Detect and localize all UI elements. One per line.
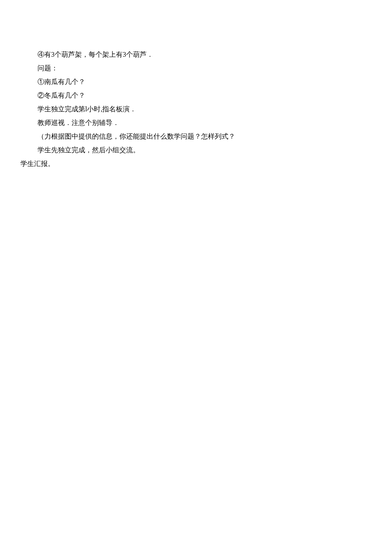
- line-report: 学生汇报。: [20, 157, 372, 171]
- line-instruction-3: （力根据图中提供的信息，你还能提出什么数学问题？怎样列式？: [20, 130, 372, 143]
- line-instruction-4: 学生先独立完成，然后小组交流。: [20, 143, 372, 157]
- line-instruction-2: 教师巡视．注意个别辅导．: [20, 116, 372, 130]
- line-question-2: ②冬瓜有几个？: [20, 89, 372, 102]
- line-instruction-1: 学生独立完成第l小时,指名板演．: [20, 102, 372, 116]
- line-question-1: ①南瓜有几个？: [20, 75, 372, 89]
- line-item-4: ④有3个葫芦架，每个架上有3个葫芦．: [20, 48, 372, 61]
- line-questions-heading: 问题：: [20, 61, 372, 75]
